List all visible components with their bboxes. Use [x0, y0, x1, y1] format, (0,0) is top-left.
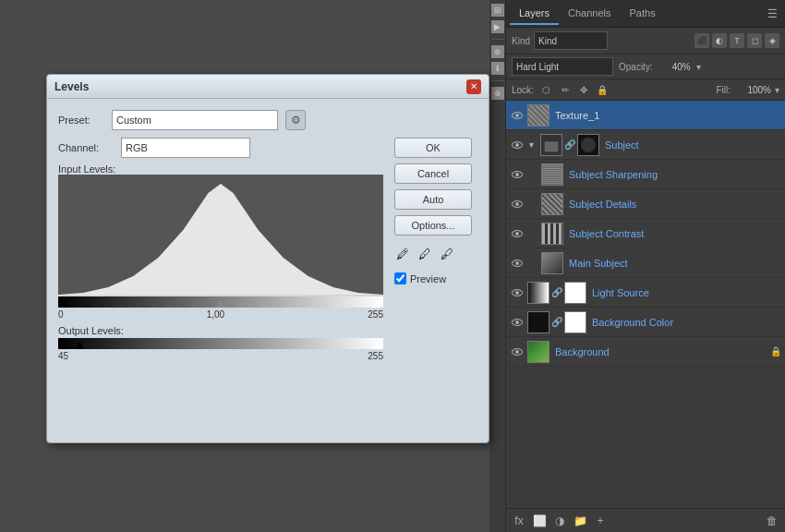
eye-icon [512, 230, 523, 237]
layer-visibility-contrast[interactable] [510, 226, 525, 241]
levels-dialog: Levels ✕ Preset: Custom Default Increase… [46, 74, 489, 443]
layer-name-subject: Subject [602, 139, 781, 151]
layer-visibility-details[interactable] [510, 197, 525, 212]
kind-select[interactable]: Kind [534, 31, 608, 50]
output-white-slider[interactable] [372, 342, 381, 349]
layer-thumb-bgcolor [527, 311, 550, 333]
tool-icon-2[interactable]: ▶ [491, 20, 504, 33]
layer-item[interactable]: Subject Contrast [506, 219, 785, 248]
eye-icon [512, 289, 523, 296]
opacity-value: 40% [658, 62, 691, 72]
input-white-slider[interactable] [372, 300, 381, 308]
layer-item[interactable]: Subject Sharpening [506, 160, 785, 189]
tool-icon-3[interactable]: ⊕ [491, 45, 504, 58]
black-eyedropper[interactable]: 🖉 [394, 245, 411, 263]
kind-type-icon[interactable]: T [730, 33, 744, 48]
output-levels-section: Output Levels: 45 255 [58, 325, 383, 361]
layer-visibility-main[interactable] [510, 256, 525, 271]
folder-icon-svg [541, 134, 562, 156]
tab-paths[interactable]: Paths [621, 3, 665, 25]
opacity-label: Opacity: [619, 62, 653, 72]
blend-mode-select[interactable]: Hard Light Normal Multiply Screen Overla… [512, 57, 613, 76]
new-layer-btn[interactable]: + [591, 512, 610, 530]
layer-visibility-bgcolor[interactable] [510, 315, 525, 330]
new-fill-btn[interactable]: ◑ [550, 512, 569, 530]
white-eyedropper[interactable]: 🖋 [439, 245, 455, 263]
input-black-slider[interactable] [60, 300, 69, 308]
lock-position-btn[interactable]: ✥ [576, 82, 591, 97]
kind-pixel-icon[interactable]: ⬛ [694, 33, 709, 48]
channel-select[interactable]: RGB Red Green Blue [121, 138, 250, 158]
layer-thumb-texture1 [527, 104, 550, 127]
dialog-close-button[interactable]: ✕ [466, 79, 481, 94]
layer-item[interactable]: Main Subject [506, 248, 785, 278]
ok-button[interactable]: OK [394, 138, 472, 158]
input-gray-slider[interactable] [216, 300, 225, 308]
layer-item[interactable]: Texture_1 [506, 101, 785, 130]
input-min: 0 [58, 309, 64, 320]
input-max: 255 [368, 309, 383, 320]
delete-layer-btn[interactable]: 🗑 [763, 512, 781, 530]
preview-checkbox[interactable] [394, 272, 406, 284]
output-black-slider[interactable] [75, 342, 84, 349]
layer-item[interactable]: Background 🔒 [506, 337, 785, 367]
new-group-btn[interactable]: 📁 [571, 512, 589, 530]
tab-channels[interactable]: Channels [559, 3, 620, 25]
layer-name-texture1: Texture_1 [552, 110, 781, 121]
output-min: 45 [58, 351, 68, 361]
lock-transparent-btn[interactable]: ⬡ [539, 82, 554, 97]
channel-label: Channel: [58, 142, 114, 153]
tab-layers[interactable]: Layers [510, 3, 559, 25]
gray-eyedropper[interactable]: 🖊 [417, 245, 433, 263]
preset-gear-button[interactable]: ⚙ [285, 110, 306, 130]
layer-visibility-texture1[interactable] [510, 108, 525, 123]
layer-visibility-sharpening[interactable] [510, 167, 525, 182]
layer-item[interactable]: 🔗 Background Color [506, 308, 785, 337]
panel-tabs: Layers Channels Paths ☰ [506, 0, 785, 28]
eye-icon [512, 112, 523, 119]
output-slider[interactable] [58, 338, 383, 349]
dialog-buttons: OK Cancel Auto Options... 🖉 🖊 🖋 Preview [394, 138, 477, 431]
lock-row: Lock: ⬡ ✏ ✥ 🔒 Fill: 100% ▾ [506, 79, 785, 101]
dialog-titlebar: Levels ✕ [47, 75, 489, 99]
layer-thumb-contrast [541, 223, 563, 245]
layer-visibility-background[interactable] [510, 345, 525, 359]
tool-icon-1[interactable]: ⊞ [491, 4, 504, 17]
left-toolbar: ⊞ ▶ ⊕ ℹ ⊗ [489, 0, 506, 532]
tool-icon-4[interactable]: ℹ [491, 62, 504, 75]
layer-visibility-lightsource[interactable] [510, 285, 525, 300]
add-mask-btn[interactable]: ⬜ [530, 512, 549, 530]
lock-all-btn[interactable]: 🔒 [595, 82, 610, 97]
input-slider[interactable] [58, 296, 383, 308]
layer-item[interactable]: ▼ 🔗 Subject [506, 130, 785, 160]
panel-menu-icon[interactable]: ☰ [764, 7, 781, 20]
output-values: 45 255 [58, 351, 383, 361]
layer-mask-lightsource [564, 282, 586, 304]
lock-pixels-btn[interactable]: ✏ [558, 82, 573, 97]
kind-adjust-icon[interactable]: ◐ [712, 33, 727, 48]
layer-name-bgcolor: Background Color [589, 317, 781, 328]
layer-name-sharpening: Subject Sharpening [566, 169, 781, 180]
layer-thumb-lightsource [527, 282, 550, 304]
kind-smart-icon[interactable]: ◈ [765, 33, 779, 48]
opacity-arrow[interactable]: ▾ [696, 62, 701, 72]
eye-icon [512, 260, 523, 267]
output-max: 255 [368, 351, 383, 361]
layer-name-details: Subject Details [566, 199, 781, 210]
tool-icon-5[interactable]: ⊗ [491, 87, 504, 100]
layer-thumb-sharpening [541, 163, 563, 186]
layer-item[interactable]: 🔗 Light Source [506, 278, 785, 308]
add-style-btn[interactable]: fx [510, 512, 528, 530]
cancel-button[interactable]: Cancel [394, 163, 472, 184]
options-button[interactable]: Options... [394, 215, 472, 236]
fill-value: 100% [734, 85, 771, 95]
fill-arrow[interactable]: ▾ [775, 85, 779, 95]
layer-item[interactable]: Subject Details [506, 189, 785, 219]
histogram [58, 175, 383, 295]
preset-row: Preset: Custom Default Increase Contrast… [58, 110, 477, 130]
layer-mask-bgcolor [564, 311, 586, 333]
preset-select[interactable]: Custom Default Increase Contrast Darker [112, 110, 278, 130]
layer-visibility-subject[interactable] [510, 138, 525, 152]
auto-button[interactable]: Auto [394, 189, 472, 210]
kind-shape-icon[interactable]: ◻ [747, 33, 762, 48]
